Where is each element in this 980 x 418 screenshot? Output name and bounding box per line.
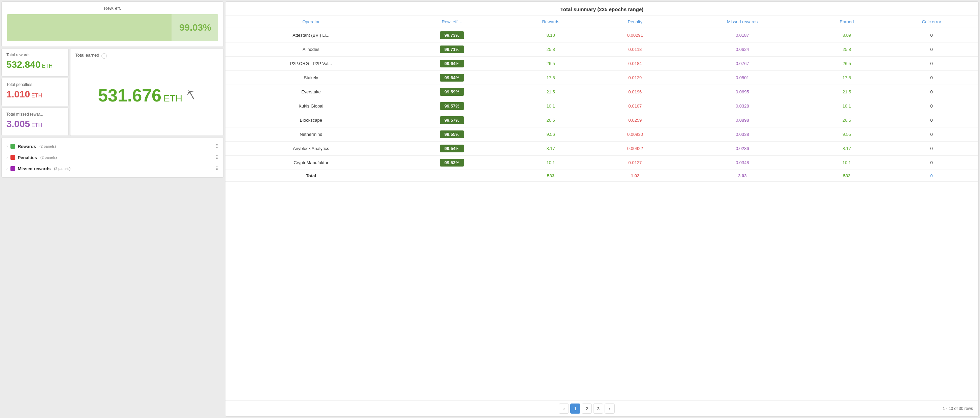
table-row: Nethermind99.55%9.560.009300.03389.550 bbox=[226, 128, 978, 142]
table-cell: CryptoManufaktur bbox=[226, 156, 397, 170]
total-row: Total5331.023.035320 bbox=[226, 170, 978, 182]
total-missed-unit: ETH bbox=[31, 122, 42, 128]
data-table: Operator Rew. eff. ↓ Rewards Penalty Mis… bbox=[226, 16, 978, 182]
table-cell: P2P.ORG - P2P Val... bbox=[226, 57, 397, 71]
table-cell: Nethermind bbox=[226, 128, 397, 142]
penalties-legend-label: Penalties bbox=[18, 155, 37, 160]
total-cell: 1.02 bbox=[594, 170, 676, 182]
table-cell: 0.0695 bbox=[676, 85, 809, 99]
left-stats-col: Total rewards 532.840ETH Total penalties… bbox=[2, 48, 69, 136]
total-cell: 0 bbox=[885, 170, 978, 182]
table-title: Total summary (225 epochs range) bbox=[226, 2, 978, 16]
total-cell bbox=[397, 170, 508, 182]
table-cell: 9.55 bbox=[809, 128, 885, 142]
progress-value: 99.03% bbox=[179, 22, 211, 33]
page-2-button[interactable]: 2 bbox=[582, 404, 592, 413]
table-cell: 0.0624 bbox=[676, 43, 809, 57]
table-cell: 99.57% bbox=[397, 113, 508, 128]
chevron-right-icon-2: › bbox=[6, 155, 8, 160]
table-cell: 0 bbox=[885, 99, 978, 113]
col-header-rewards[interactable]: Rewards bbox=[507, 16, 594, 28]
table-cell: 0.0898 bbox=[676, 113, 809, 128]
total-penalties-unit: ETH bbox=[31, 93, 42, 99]
table-cell: 99.57% bbox=[397, 99, 508, 113]
table-cell: 10.1 bbox=[507, 156, 594, 170]
total-earned-value: 531.676ETH bbox=[98, 85, 182, 105]
total-rewards-unit: ETH bbox=[42, 63, 52, 69]
total-rewards-value: 532.840ETH bbox=[6, 59, 64, 70]
table-cell: 0 bbox=[885, 57, 978, 71]
table-cell: 0.0348 bbox=[676, 156, 809, 170]
table-cell: 0.0328 bbox=[676, 99, 809, 113]
table-row: P2P.ORG - P2P Val...99.64%26.50.01840.07… bbox=[226, 57, 978, 71]
table-cell: 0.0501 bbox=[676, 71, 809, 85]
table-cell: Everstake bbox=[226, 85, 397, 99]
table-cell: 99.53% bbox=[397, 156, 508, 170]
total-cell: Total bbox=[226, 170, 397, 182]
table-cell: 0.0338 bbox=[676, 128, 809, 142]
table-row: Blockscape99.57%26.50.02590.089826.50 bbox=[226, 113, 978, 128]
table-cell: 0.0286 bbox=[676, 142, 809, 156]
total-rewards-number: 532.840 bbox=[6, 59, 40, 70]
table-cell: 10.1 bbox=[809, 156, 885, 170]
total-earned-number: 531.676 bbox=[98, 86, 161, 105]
table-cell: 0.0187 bbox=[676, 28, 809, 43]
pagination-area: ‹ 1 2 3 › 1 - 10 of 30 rows bbox=[226, 400, 978, 416]
table-cell: 0 bbox=[885, 28, 978, 43]
page-3-button[interactable]: 3 bbox=[593, 404, 603, 413]
grid-icon-rewards[interactable]: ⠿ bbox=[215, 144, 219, 149]
table-cell: 0.0127 bbox=[594, 156, 676, 170]
total-penalties-value: 1.010ETH bbox=[6, 89, 64, 100]
total-cell: 533 bbox=[507, 170, 594, 182]
rows-info: 1 - 10 of 30 rows bbox=[943, 406, 973, 411]
total-rewards-card: Total rewards 532.840ETH bbox=[2, 48, 69, 77]
total-penalties-label: Total penalties bbox=[6, 82, 64, 87]
total-missed-value: 3.005ETH bbox=[6, 119, 64, 129]
total-penalties-card: Total penalties 1.010ETH bbox=[2, 78, 69, 106]
rew-eff-card: Rew. eff. 99.03% bbox=[2, 2, 224, 47]
total-missed-number: 3.005 bbox=[6, 119, 30, 129]
table-cell: 0 bbox=[885, 71, 978, 85]
table-cell: 26.5 bbox=[809, 113, 885, 128]
page-1-button[interactable]: 1 bbox=[570, 404, 580, 413]
progress-bar-container: 99.03% bbox=[7, 14, 218, 41]
table-cell: 0 bbox=[885, 43, 978, 57]
legend-item-penalties[interactable]: › Penalties (2 panels) ⠿ bbox=[6, 152, 219, 163]
table-cell: 26.5 bbox=[809, 57, 885, 71]
chevron-right-icon-3: › bbox=[6, 166, 8, 171]
missed-legend-label: Missed rewards bbox=[18, 166, 51, 171]
col-header-earned[interactable]: Earned bbox=[809, 16, 885, 28]
total-earned-card: Total earned i 531.676ETH ⛏ bbox=[70, 48, 224, 136]
table-cell: 0 bbox=[885, 142, 978, 156]
grid-icon-penalties[interactable]: ⠿ bbox=[215, 155, 219, 160]
col-header-calc-error[interactable]: Calc error bbox=[885, 16, 978, 28]
total-earned-label: Total earned bbox=[75, 53, 99, 57]
col-header-missed[interactable]: Missed rewards bbox=[676, 16, 809, 28]
table-cell: 99.55% bbox=[397, 128, 508, 142]
table-cell: 21.5 bbox=[809, 85, 885, 99]
col-header-operator[interactable]: Operator bbox=[226, 16, 397, 28]
grid-icon-missed[interactable]: ⠿ bbox=[215, 166, 219, 171]
table-cell: 0.00291 bbox=[594, 28, 676, 43]
legend-item-rewards[interactable]: › Rewards (2 panels) ⠿ bbox=[6, 141, 219, 152]
total-earned-value-area: 531.676ETH ⛏ bbox=[75, 59, 219, 131]
chevron-right-icon: › bbox=[6, 144, 8, 148]
prev-page-button[interactable]: ‹ bbox=[559, 404, 569, 413]
pickaxe-icon: ⛏ bbox=[185, 89, 197, 102]
next-page-button[interactable]: › bbox=[605, 404, 615, 413]
table-cell: 8.17 bbox=[809, 142, 885, 156]
info-icon: i bbox=[102, 53, 107, 59]
pagination-buttons: ‹ 1 2 3 › bbox=[559, 404, 615, 413]
table-cell: Attestant (BVI) Li... bbox=[226, 28, 397, 43]
table-cell: 26.5 bbox=[507, 113, 594, 128]
table-cell: 99.73% bbox=[397, 28, 508, 43]
table-cell: 0.0259 bbox=[594, 113, 676, 128]
missed-legend-sub: (2 panels) bbox=[54, 166, 70, 171]
col-header-rew-eff[interactable]: Rew. eff. ↓ bbox=[397, 16, 508, 28]
col-header-penalty[interactable]: Penalty bbox=[594, 16, 676, 28]
middle-stats: Total rewards 532.840ETH Total penalties… bbox=[2, 48, 224, 136]
penalties-color-dot bbox=[10, 155, 15, 160]
right-panel: Total summary (225 epochs range) Operato… bbox=[225, 2, 978, 416]
table-cell: Allnodes bbox=[226, 43, 397, 57]
legend-item-missed[interactable]: › Missed rewards (2 panels) ⠿ bbox=[6, 163, 219, 174]
